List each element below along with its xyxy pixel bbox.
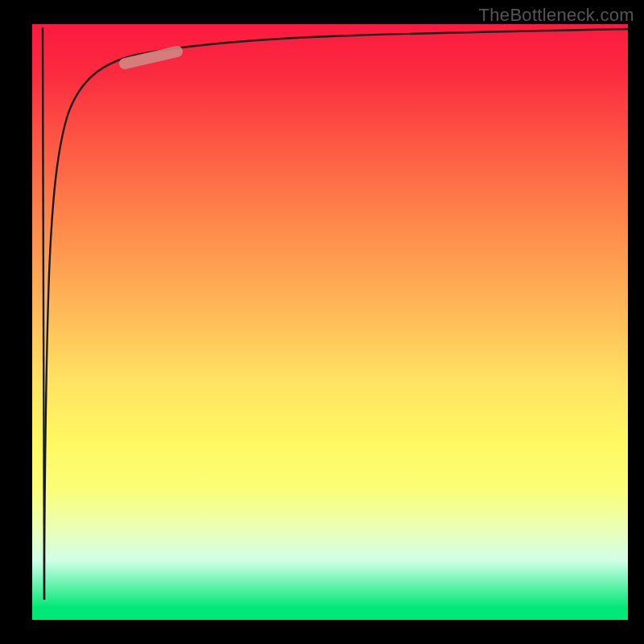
main-curve — [44, 29, 628, 600]
plot-area — [32, 24, 628, 620]
chart-svg — [32, 24, 628, 620]
highlight-marker — [125, 52, 177, 64]
watermark-text: TheBottleneck.com — [479, 5, 634, 26]
